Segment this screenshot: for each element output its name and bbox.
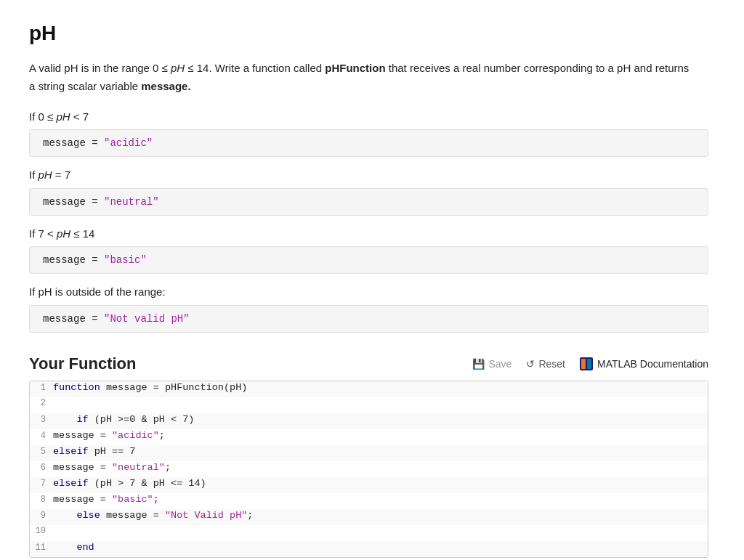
toolbar: 💾 Save ↺ Reset MATLAB Documentation (472, 357, 708, 370)
problem-description: A valid pH is in the range 0 ≤ pH ≤ 14. … (29, 60, 698, 96)
line-number: 2 (30, 397, 53, 409)
line-content: elseif pH == 7 (53, 445, 708, 458)
line-number: 8 (30, 494, 53, 506)
line-number: 10 (30, 525, 53, 537)
reset-icon: ↺ (526, 358, 535, 370)
table-row: 8 message = "basic"; (30, 493, 708, 509)
your-function-title: Your Function (29, 354, 136, 373)
save-icon: 💾 (472, 358, 485, 370)
table-row: 3 if (pH >=0 & pH < 7) (30, 413, 708, 429)
svg-rect-1 (581, 359, 586, 369)
condition-basic: If 7 < pH ≤ 14 message = "basic" (29, 226, 715, 275)
matlab-doc-button[interactable]: MATLAB Documentation (580, 357, 708, 370)
table-row: 5 elseif pH == 7 (30, 445, 708, 461)
line-content: message = "basic"; (53, 493, 708, 506)
code-block-basic: message = "basic" (29, 246, 708, 274)
svg-rect-2 (587, 359, 591, 369)
line-content: message = "acidic"; (53, 429, 708, 442)
line-number: 4 (30, 430, 53, 442)
line-content: message = "neutral"; (53, 461, 708, 474)
reset-button[interactable]: ↺ Reset (526, 358, 565, 370)
table-row: 1 function message = pHFunction(pH) (30, 381, 708, 397)
line-number: 7 (30, 478, 53, 490)
save-button[interactable]: 💾 Save (472, 358, 512, 370)
line-content: else message = "Not Valid pH"; (53, 509, 708, 522)
line-content: elseif (pH > 7 & pH <= 14) (53, 477, 708, 490)
table-row: 6 message = "neutral"; (30, 461, 708, 477)
code-block-acidic: message = "acidic" (29, 129, 708, 157)
page-title: pH (29, 22, 715, 45)
your-function-header: Your Function 💾 Save ↺ Reset MATLAB Docu… (29, 354, 708, 373)
matlab-doc-label: MATLAB Documentation (597, 358, 708, 370)
line-number: 1 (30, 382, 53, 394)
table-row: 9 else message = "Not Valid pH"; (30, 509, 708, 525)
table-row: 11 end (30, 541, 708, 557)
table-row: 7 elseif (pH > 7 & pH <= 14) (30, 477, 708, 493)
matlab-icon (580, 357, 593, 370)
condition-acidic: If 0 ≤ pH < 7 message = "acidic" (29, 109, 715, 158)
line-content: end (53, 541, 708, 553)
condition-neutral: If pH = 7 message = "neutral" (29, 167, 715, 216)
code-block-invalid: message = "Not valid pH" (29, 305, 708, 333)
line-number: 3 (30, 414, 53, 426)
condition-invalid: If pH is outside of the range: message =… (29, 284, 715, 333)
line-content (53, 532, 708, 533)
save-label: Save (488, 358, 512, 370)
line-content: if (pH >=0 & pH < 7) (53, 413, 708, 426)
code-editor[interactable]: 1 function message = pHFunction(pH) 2 3 … (29, 381, 708, 558)
reset-label: Reset (538, 358, 565, 370)
table-row: 2 (30, 397, 708, 413)
line-number: 5 (30, 446, 53, 458)
table-row: 10 (30, 525, 708, 541)
table-row: 4 message = "acidic"; (30, 429, 708, 445)
line-number: 9 (30, 510, 53, 522)
line-content: function message = pHFunction(pH) (53, 381, 708, 394)
line-content (53, 404, 708, 405)
code-block-neutral: message = "neutral" (29, 188, 708, 216)
line-number: 6 (30, 462, 53, 474)
line-number: 11 (30, 542, 53, 553)
